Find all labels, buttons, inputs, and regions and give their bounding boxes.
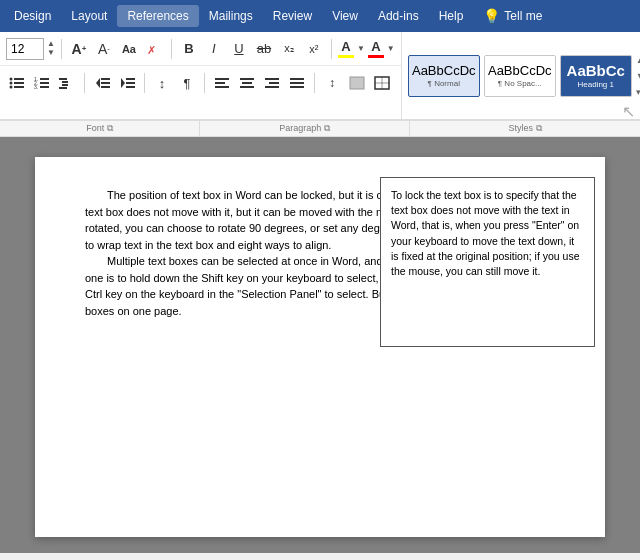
paragraph-section-expand[interactable]: ⧉ bbox=[324, 123, 330, 133]
styles-section-label[interactable]: Styles ⧉ bbox=[410, 121, 640, 136]
menu-review[interactable]: Review bbox=[263, 5, 322, 27]
separator7 bbox=[314, 73, 315, 93]
svg-rect-14 bbox=[62, 81, 68, 83]
font-size-value: 12 bbox=[11, 42, 24, 56]
svg-rect-18 bbox=[101, 78, 110, 80]
styles-section-expand[interactable]: ⧉ bbox=[536, 123, 542, 133]
menu-help[interactable]: Help bbox=[429, 5, 474, 27]
style-no-space[interactable]: AaBbCcDc ¶ No Spac... bbox=[484, 55, 556, 97]
italic-button[interactable]: I bbox=[203, 38, 225, 60]
bullets-button[interactable] bbox=[6, 72, 28, 94]
svg-rect-28 bbox=[240, 78, 254, 80]
align-right-button[interactable] bbox=[261, 72, 283, 94]
separator2 bbox=[171, 39, 172, 59]
align-center-button[interactable] bbox=[236, 72, 258, 94]
ribbon: 12 ▲ ▼ A+ A- Aa ✗ B I bbox=[0, 32, 640, 137]
style-heading1-label: Heading 1 bbox=[578, 80, 614, 89]
svg-rect-12 bbox=[40, 86, 49, 88]
textbox-content: To lock the text box is to specify that … bbox=[391, 189, 580, 277]
svg-point-1 bbox=[10, 78, 13, 81]
font-section-expand[interactable]: ⧉ bbox=[107, 123, 113, 133]
svg-rect-19 bbox=[101, 82, 110, 84]
svg-rect-37 bbox=[350, 77, 364, 89]
section-labels-bar: Font ⧉ Paragraph ⧉ Styles ⧉ bbox=[0, 120, 640, 137]
clear-format-button[interactable]: ✗ bbox=[143, 38, 165, 60]
change-case-button[interactable]: Aa bbox=[118, 38, 140, 60]
menu-tellme[interactable]: 💡 Tell me bbox=[473, 4, 552, 28]
svg-rect-15 bbox=[62, 84, 68, 86]
ribbon-row1: 12 ▲ ▼ A+ A- Aa ✗ B I bbox=[0, 32, 401, 66]
shading-button[interactable] bbox=[346, 72, 368, 94]
underline-button[interactable]: U bbox=[228, 38, 250, 60]
svg-rect-33 bbox=[265, 86, 279, 88]
increase-indent-button[interactable] bbox=[116, 72, 138, 94]
menu-references[interactable]: References bbox=[117, 5, 198, 27]
font-section-label[interactable]: Font ⧉ bbox=[0, 121, 200, 136]
svg-rect-24 bbox=[126, 86, 135, 88]
numbering-button[interactable]: 1. 2. 3. bbox=[31, 72, 53, 94]
paragraph-section-label[interactable]: Paragraph ⧉ bbox=[200, 121, 410, 136]
styles-more-icon[interactable]: ▾ bbox=[636, 87, 640, 97]
menu-layout[interactable]: Layout bbox=[61, 5, 117, 27]
styles-down-icon[interactable]: ▼ bbox=[636, 71, 640, 81]
borders-button[interactable] bbox=[371, 72, 393, 94]
decrease-font-button[interactable]: A- bbox=[93, 38, 115, 60]
increase-font-button[interactable]: A+ bbox=[68, 38, 90, 60]
decrease-indent-button[interactable] bbox=[91, 72, 113, 94]
svg-rect-29 bbox=[242, 82, 252, 84]
styles-scroll[interactable]: ▲ ▼ ▾ bbox=[636, 55, 640, 97]
menu-mailings[interactable]: Mailings bbox=[199, 5, 263, 27]
font-size-arrows[interactable]: ▲ ▼ bbox=[47, 40, 55, 57]
justify-button[interactable] bbox=[286, 72, 308, 94]
font-size-up-icon[interactable]: ▲ bbox=[47, 40, 55, 48]
line-spacing-button[interactable]: ↕ bbox=[321, 72, 343, 94]
svg-rect-8 bbox=[40, 78, 49, 80]
ribbon-row2: 1. 2. 3. bbox=[0, 66, 401, 100]
svg-rect-20 bbox=[101, 86, 110, 88]
separator4 bbox=[84, 73, 85, 93]
subscript-button[interactable]: x₂ bbox=[278, 38, 300, 60]
style-no-space-label: ¶ No Spac... bbox=[498, 79, 542, 88]
svg-rect-10 bbox=[40, 82, 49, 84]
menu-bar: Design Layout References Mailings Review… bbox=[0, 0, 640, 32]
svg-rect-4 bbox=[14, 82, 24, 84]
align-left-button[interactable] bbox=[211, 72, 233, 94]
font-color-arrow[interactable]: ▼ bbox=[387, 44, 395, 53]
strikethrough-button[interactable]: ab bbox=[253, 38, 275, 60]
svg-rect-30 bbox=[240, 86, 254, 88]
style-heading1[interactable]: AaBbCc Heading 1 bbox=[560, 55, 632, 97]
svg-rect-6 bbox=[14, 86, 24, 88]
svg-text:✗: ✗ bbox=[147, 44, 156, 56]
menu-addins[interactable]: Add-ins bbox=[368, 5, 429, 27]
svg-rect-2 bbox=[14, 78, 24, 80]
styles-up-icon[interactable]: ▲ bbox=[636, 55, 640, 65]
font-color-button[interactable]: A bbox=[368, 39, 384, 58]
superscript-button[interactable]: x² bbox=[303, 38, 325, 60]
font-size-down-icon[interactable]: ▼ bbox=[47, 49, 55, 57]
style-no-space-preview: AaBbCcDc bbox=[488, 64, 552, 77]
svg-rect-36 bbox=[290, 86, 304, 88]
multilevel-list-button[interactable] bbox=[56, 72, 78, 94]
svg-marker-17 bbox=[96, 78, 100, 88]
separator6 bbox=[204, 73, 205, 93]
svg-rect-23 bbox=[126, 82, 135, 84]
style-normal[interactable]: AaBbCcDc ¶ Normal bbox=[408, 55, 480, 97]
bold-button[interactable]: B bbox=[178, 38, 200, 60]
sort-button[interactable]: ↕ bbox=[151, 72, 173, 94]
style-heading1-preview: AaBbCc bbox=[567, 63, 625, 78]
document-area: The position of text box in Word can be … bbox=[0, 137, 640, 553]
menu-view[interactable]: View bbox=[322, 5, 368, 27]
separator5 bbox=[144, 73, 145, 93]
svg-point-5 bbox=[10, 86, 13, 89]
svg-rect-22 bbox=[126, 78, 135, 80]
text-highlight-arrow[interactable]: ▼ bbox=[357, 44, 365, 53]
menu-design[interactable]: Design bbox=[4, 5, 61, 27]
font-size-input[interactable]: 12 bbox=[6, 38, 44, 60]
show-paragraph-button[interactable]: ¶ bbox=[176, 72, 198, 94]
text-highlight-button[interactable]: A bbox=[338, 39, 354, 58]
svg-rect-27 bbox=[215, 86, 229, 88]
floating-textbox[interactable]: To lock the text box is to specify that … bbox=[380, 177, 595, 347]
separator bbox=[61, 39, 62, 59]
svg-rect-31 bbox=[265, 78, 279, 80]
separator3 bbox=[331, 39, 332, 59]
